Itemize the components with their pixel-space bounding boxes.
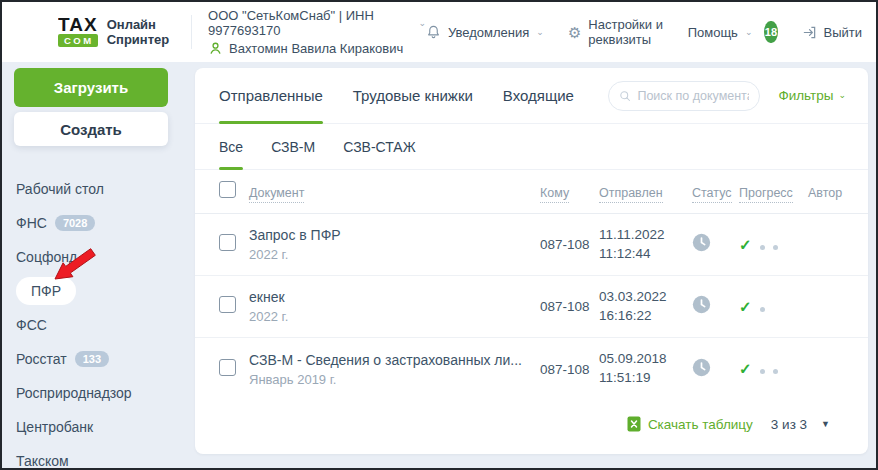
company-block: ООО "СетьКомСнаб" | ИНН 9977693170 ⌄ Вах… [208,8,426,56]
search-icon [619,89,631,103]
row-checkbox[interactable] [219,296,236,313]
tab-vkhodyashchie[interactable]: Входящие [503,68,574,124]
current-user: Вахтомин Вавила Киракович [208,41,426,56]
row-checkbox[interactable] [219,234,236,251]
taxcom-logo: TAX COM Онлайн Спринтер [2,17,169,47]
chevron-down-icon: ⌄ [745,28,753,37]
header-actions: Уведомления ⌄ ⚙ Настройки и реквизиты По… [426,17,876,47]
table-row[interactable]: СЗВ-М - Сведения о застрахованных ли... … [195,338,868,400]
create-button[interactable]: Создать [14,112,168,146]
document-title[interactable]: СЗВ-М - Сведения о застрахованных ли... [249,352,540,368]
subtab-szv-stazh[interactable]: СЗВ-СТАЖ [343,124,415,170]
download-table-label: Скачать таблицу [648,417,753,432]
subtabs-row: Все СЗВ-М СЗВ-СТАЖ [195,124,868,170]
document-subtitle: 2022 г. [249,309,540,324]
sidebar-item-fss[interactable]: ФСС [2,308,192,342]
subtab-label: СЗВ-СТАЖ [343,139,415,155]
sidebar-item-centrobank[interactable]: Центробанк [2,410,192,444]
document-title[interactable]: екнек [249,289,540,305]
table-footer: Скачать таблицу 3 из 3 ▼ [195,400,868,432]
notifications-menu[interactable]: Уведомления ⌄ [426,24,544,40]
table-row[interactable]: Запрос в ПФР 2022 г. 087-108 11.11.2022 … [195,214,868,276]
column-header-author: Автор [808,183,868,201]
sidebar-item-taxcom[interactable]: Такском [2,444,192,470]
column-header-status[interactable]: Статус [692,183,739,201]
sidebar-item-label: Росстат [16,351,67,367]
tab-label: Отправленные [219,87,323,104]
progress-check-icon: ✓ [739,360,752,378]
rows-range-label: 3 из 3 [771,417,807,432]
recipient-code: 087-108 [540,299,599,314]
sent-date: 03.03.2022 [599,288,692,307]
logout-icon [802,25,817,40]
logout-button[interactable]: Выйти [802,25,863,40]
sidebar-menu: Рабочий стол ФНС 7028 Соцфонд ПФР ФСС Ро… [2,172,192,470]
sent-time: 11:51:19 [599,369,692,388]
progress-indicator: ✓ [739,360,808,378]
column-header-progress[interactable]: Прогресс [739,183,808,201]
document-subtitle: 2022 г. [249,247,540,262]
product-name: Онлайн Спринтер [107,17,170,47]
gear-icon: ⚙ [568,25,581,40]
column-header-to[interactable]: Кому [540,183,599,201]
progress-indicator: ✓ [739,298,808,316]
sent-date: 11.11.2022 [599,226,692,245]
document-title[interactable]: Запрос в ПФР [249,227,540,243]
settings-menu[interactable]: ⚙ Настройки и реквизиты [568,17,664,47]
sent-time: 16:16:22 [599,307,692,326]
chevron-down-icon: ⌄ [536,28,544,37]
document-search[interactable] [608,81,760,111]
chevron-down-icon: ⌄ [838,91,846,100]
sidebar-item-rabochiy-stol[interactable]: Рабочий стол [2,172,192,206]
notifications-label: Уведомления [448,25,529,40]
subtab-szv-m[interactable]: СЗВ-М [271,124,315,170]
help-count-badge[interactable]: 18 [764,21,777,43]
help-menu[interactable]: Помощь ⌄ [688,25,753,40]
sent-time: 11:12:44 [599,245,692,264]
product-name-line1: Онлайн [107,17,170,32]
person-icon [208,41,223,56]
subtab-vse[interactable]: Все [219,124,243,170]
sidebar-item-fns[interactable]: ФНС 7028 [2,206,192,240]
red-annotation-arrow [52,246,98,282]
logo-tax-text: TAX [58,18,98,34]
company-selector[interactable]: ООО "СетьКомСнаб" | ИНН 9977693170 ⌄ [208,8,426,38]
status-clock-icon [692,358,711,377]
help-label: Помощь [688,25,738,40]
column-header-document[interactable]: Документ [249,183,540,201]
subtab-label: СЗВ-М [271,139,315,155]
logo-com-text: COM [58,34,98,47]
search-input[interactable] [637,89,749,103]
sent-datetime: 11.11.2022 11:12:44 [599,226,692,264]
upload-button[interactable]: Загрузить [14,68,168,107]
top-header: TAX COM Онлайн Спринтер ООО "СетьКомСнаб… [2,2,876,62]
select-all-checkbox[interactable] [219,181,236,198]
recipient-code: 087-108 [540,237,599,252]
tab-trudovye-knizhki[interactable]: Трудовые книжки [353,68,473,124]
header-divider [191,15,192,49]
filters-button[interactable]: Фильтры ⌄ [778,88,846,103]
sidebar-item-label: Центробанк [16,419,93,435]
logout-label: Выйти [824,25,863,40]
chevron-down-icon: ⌄ [418,19,426,28]
table-row[interactable]: екнек 2022 г. 087-108 03.03.2022 16:16:2… [195,276,868,338]
download-table-button[interactable]: Скачать таблицу [627,416,753,432]
fns-count-badge: 7028 [55,215,95,231]
sidebar-item-rosstat[interactable]: Росстат 133 [2,342,192,376]
progress-check-icon: ✓ [739,236,752,254]
column-header-sent[interactable]: Отправлен [599,183,692,201]
product-name-line2: Спринтер [107,32,170,47]
tab-label: Трудовые книжки [353,87,473,104]
taxcom-logo-mark: TAX COM [58,17,98,47]
progress-indicator: ✓ [739,236,808,254]
sent-datetime: 03.03.2022 16:16:22 [599,288,692,326]
bell-icon [426,24,441,40]
rows-range-dropdown[interactable]: ▼ [821,419,830,429]
sidebar-item-rosprirodnadzor[interactable]: Росприроднадзор [2,376,192,410]
tabs-row: Отправленные Трудовые книжки Входящие Фи… [195,68,868,124]
document-subtitle: Январь 2019 г. [249,372,540,387]
tab-otpravlennye[interactable]: Отправленные [219,68,323,124]
status-clock-icon [692,295,711,314]
row-checkbox[interactable] [219,359,236,376]
progress-pending-dots [752,360,778,378]
